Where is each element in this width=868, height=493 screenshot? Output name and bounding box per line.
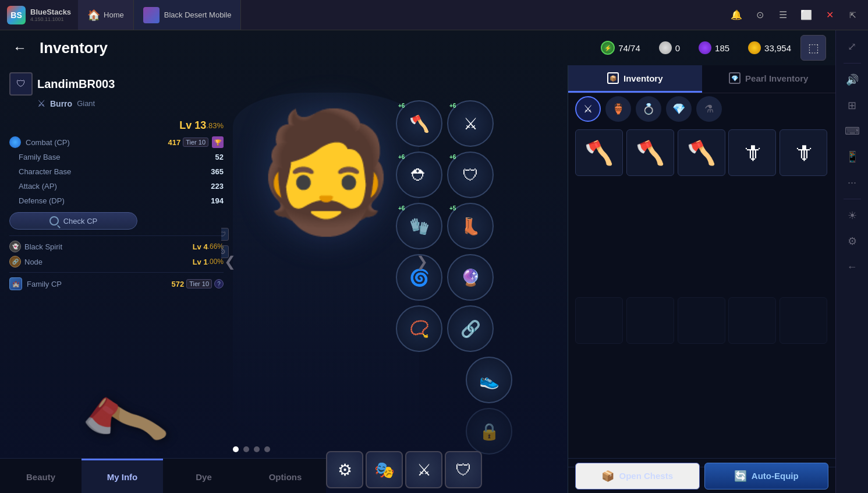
nav-arrow-right[interactable]: ❯ (416, 253, 428, 270)
armor-slot[interactable]: +6 🛡 (447, 152, 494, 198)
necklace-slot[interactable]: 📿 (396, 305, 442, 352)
misc-slot[interactable]: 👟 (466, 357, 512, 403)
filter-weapons[interactable]: ⚔ (575, 96, 601, 122)
bottom-icon-mask[interactable]: 🎭 (366, 451, 403, 488)
bluestacks-topbar: BS BlueStacks 4.150.11.1001 🏠 Home Black… (0, 0, 868, 30)
tab-beauty[interactable]: Beauty (0, 459, 82, 493)
filter-row: ⚔ 🏺 💍 💎 ⚗ (568, 93, 835, 125)
lock-slot[interactable]: 🔒 (466, 408, 512, 455)
tab-options[interactable]: Options (245, 459, 326, 493)
inv-cell-7[interactable] (626, 297, 674, 344)
inv-cell-8[interactable] (678, 297, 725, 344)
slot-icon-4: 🛡 (456, 160, 485, 189)
slot-plus-6: +5 (449, 205, 456, 212)
menu-btn[interactable]: ☰ (773, 5, 793, 26)
inv-cell-9[interactable] (728, 297, 776, 344)
ring2-slot[interactable]: 🔮 (447, 254, 494, 301)
gold-value: 33,954 (764, 43, 791, 53)
inv-cell-3[interactable]: 🪓 (678, 129, 725, 176)
filter-potion[interactable]: ⚗ (696, 96, 722, 122)
weapon-slots-row: +6 🪓 +6 ⚔ (396, 100, 512, 147)
earring-slot[interactable]: 🔗 (447, 305, 494, 352)
nav-dot-1[interactable] (233, 446, 239, 452)
tab-inventory[interactable]: 📦 Inventory (568, 65, 702, 93)
slot-plus-5: +6 (398, 205, 405, 212)
sidebar-phone-btn[interactable]: 📱 (841, 145, 864, 168)
check-cp-button[interactable]: Check CP (9, 212, 137, 230)
combat-cp-value: 417 (168, 138, 180, 147)
char-name: LandimBR003 (37, 78, 115, 91)
inv-cell-1[interactable]: 🪓 (575, 129, 623, 176)
purple-icon (699, 41, 711, 54)
slot-icon-5: 🧤 (405, 212, 434, 241)
exit-button[interactable]: ⬚ (800, 35, 826, 61)
pearl-icon (659, 41, 672, 54)
sidebar-keyboard-btn[interactable]: ⌨ (841, 119, 864, 143)
auto-equip-button[interactable]: 🔄 Auto-Equip (704, 463, 829, 490)
filter-ring[interactable]: 💍 (636, 96, 661, 122)
bottom-icon-shield[interactable]: ⚙ (326, 451, 363, 488)
filter-armor[interactable]: 🏺 (605, 96, 631, 122)
sidebar-expand-btn[interactable]: ⤢ (841, 35, 864, 58)
purple-resource: 185 (699, 41, 729, 54)
game-area: ← Inventory ⚡ 74/74 0 185 33,954 ⬚ 🛡 Lan… (0, 30, 835, 493)
weapon-slot-1[interactable]: +6 🪓 (396, 100, 442, 147)
open-chests-button[interactable]: 📦 Open Chests (575, 463, 700, 490)
sidebar-brightness-btn[interactable]: ☀ (841, 204, 864, 227)
level-value: Lv 13 (179, 119, 206, 132)
sidebar-layout-btn[interactable]: ⊞ (841, 94, 864, 117)
bottom-icon-armor[interactable]: 🛡 (445, 451, 482, 488)
tab-options-label: Options (269, 472, 302, 482)
helm-slot[interactable]: +6 ⛑ (396, 152, 442, 198)
inv-cell-6[interactable] (575, 297, 623, 344)
inv-cell-4[interactable]: 🗡 (728, 129, 776, 176)
close-btn[interactable]: ✕ (819, 5, 840, 26)
inv-cell-10[interactable] (780, 297, 827, 344)
tab-pearl-inventory[interactable]: 💎 Pearl Inventory (702, 65, 836, 93)
sidebar-divider-1 (844, 63, 861, 64)
home-icon: 🏠 (87, 9, 100, 22)
bs-version: 4.150.11.1001 (30, 16, 71, 22)
pearl-value: 0 (675, 43, 680, 53)
gloves-slot[interactable]: +6 🧤 (396, 203, 442, 249)
black-spirit-level: Lv 4 (193, 242, 208, 251)
node-row: 🔗 Node Lv 1 .00% (9, 256, 224, 267)
account-btn[interactable]: ⊙ (749, 5, 770, 26)
weapon-slot-2[interactable]: +6 ⚔ (447, 100, 494, 147)
nav-dot-4[interactable] (264, 446, 270, 452)
tab-my-info[interactable]: My Info (82, 459, 163, 493)
sidebar-volume-btn[interactable]: 🔊 (841, 68, 864, 91)
char-emoji: 🧔 (253, 104, 399, 241)
attack-label: Attack (AP) (19, 182, 211, 191)
char-body-container: 🧔 🛡 ⚙ (233, 93, 419, 431)
char-race: Giant (77, 99, 95, 108)
energy-icon: ⚡ (601, 41, 615, 55)
tab-dye[interactable]: Dye (163, 459, 245, 493)
slot-plus-1: +6 (398, 103, 405, 109)
open-chests-label: Open Chests (619, 471, 673, 481)
tab-my-info-label: My Info (107, 472, 138, 482)
accessories-row: 📿 🔗 (396, 305, 512, 352)
pearl-tab-icon: 💎 (729, 72, 741, 84)
nav-dot-2[interactable] (243, 446, 249, 452)
sidebar-back-btn[interactable]: ← (841, 255, 864, 279)
inv-cell-5[interactable]: 🗡 (780, 129, 827, 176)
black-spirit-icon: 👻 (9, 241, 21, 252)
nav-dot-3[interactable] (254, 446, 260, 452)
filter-gem[interactable]: 💎 (666, 96, 692, 122)
bottom-icon-sword[interactable]: ⚔ (405, 451, 442, 488)
boots-slot[interactable]: +5 👢 (447, 203, 494, 249)
sidebar-settings-btn[interactable]: ⚙ (841, 230, 864, 253)
sidebar-more-btn[interactable]: ··· (841, 171, 864, 194)
expand-btn[interactable]: ⇱ (842, 5, 863, 26)
auto-equip-label: Auto-Equip (752, 471, 799, 481)
bs-game-tab[interactable]: Black Desert Mobile (134, 0, 242, 30)
check-cp-search-icon (49, 216, 59, 226)
window-btn[interactable]: ⬜ (796, 5, 817, 26)
inv-cell-2[interactable]: 🪓 (626, 129, 674, 176)
nav-arrow-left[interactable]: ❮ (224, 253, 236, 270)
back-button[interactable]: ← (9, 37, 30, 58)
notification-btn[interactable]: 🔔 (726, 5, 747, 26)
bs-home-tab[interactable]: 🏠 Home (78, 0, 134, 30)
tab-beauty-label: Beauty (26, 472, 55, 482)
